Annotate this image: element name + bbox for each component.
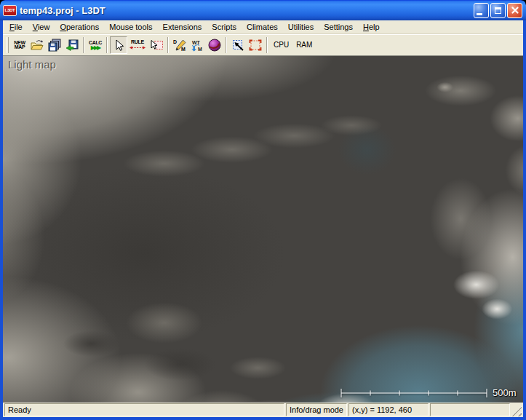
cpu-label: CPU [271,37,291,53]
open-project-button[interactable] [28,36,46,54]
maximize-icon [495,7,501,14]
save-all-button[interactable] [46,36,63,54]
toolbar: NEW MAP [3,34,523,55]
svg-text:D: D [173,39,177,44]
map-type-overlay-label: Light map [8,58,56,71]
menu-item-extensions[interactable]: Extensions [158,21,207,33]
new-map-icon: NEW MAP [14,41,25,49]
water-map-button[interactable]: WT M [188,36,206,54]
app-icon: L3DT [3,5,17,16]
cpu-monitor-button[interactable]: CPU [270,36,292,54]
menu-item-view[interactable]: View [28,21,55,33]
open-project-icon [30,39,44,52]
zoom-to-region-icon [231,39,245,52]
toolbar-separator [266,37,268,53]
menu-item-scripts[interactable]: Scripts [207,21,242,33]
save-all-icon [47,39,62,52]
toolbar-separator [167,37,169,53]
app-icon-text: L3DT [5,8,15,12]
close-button[interactable] [507,3,522,18]
minimize-button[interactable] [474,3,489,18]
menu-item-help[interactable]: Help [358,21,385,33]
deselect-region-button[interactable] [247,36,264,54]
close-icon [511,6,519,15]
status-ready: Ready [4,403,284,416]
ram-label: RAM [294,37,314,53]
minimize-icon [477,13,482,15]
ruler-tool-button[interactable]: RULE [127,36,148,54]
calc-button[interactable]: CALC ▶▶▶ [87,36,104,54]
menu-bar: FileViewOperationsMouse toolsExtensionsS… [3,20,523,34]
status-mouse-mode: Info/drag mode [286,403,347,416]
import-map-icon [65,39,79,52]
status-cursor-coords: (x,y) = 1192, 460 [348,403,429,416]
window-frame: FileViewOperationsMouse toolsExtensionsS… [0,20,526,420]
3d-view-button[interactable] [206,36,223,54]
menu-item-utilities[interactable]: Utilities [283,21,319,33]
maximize-button[interactable] [490,3,506,18]
status-bar: Ready Info/drag mode (x,y) = 1192, 460 [3,403,523,417]
app-window: L3DT temp43.proj - L3DT FileViewOperatio… [0,0,526,420]
deselect-region-icon [248,39,263,52]
svg-text:M: M [181,47,186,52]
window-controls [474,3,522,18]
ram-monitor-button[interactable]: RAM [292,36,316,54]
menu-item-file[interactable]: File [4,21,28,33]
select-region-button[interactable] [148,36,165,54]
zoom-to-region-button[interactable] [229,36,247,54]
water-map-icon: WT M [190,39,204,52]
resize-grip[interactable] [511,406,522,416]
new-map-button[interactable]: NEW MAP [11,36,28,54]
scale-label: 500m [493,387,517,398]
status-extra-panel [430,403,510,416]
scale-bar: 500m [339,387,517,398]
pointer-tool-button[interactable] [110,36,127,54]
menu-item-operations[interactable]: Operations [55,21,104,33]
pointer-tool-icon [112,39,125,52]
menu-item-climates[interactable]: Climates [242,21,283,33]
calc-arrows-icon: ▶▶▶ [91,45,100,50]
design-map-pencil-button[interactable]: D M [171,36,188,54]
title-bar[interactable]: L3DT temp43.proj - L3DT [0,0,526,20]
3d-view-sphere-icon [207,38,222,52]
toolbar-separator [106,37,108,53]
menu-item-settings[interactable]: Settings [319,21,358,33]
window-title: temp43.proj - L3DT [20,5,474,16]
menu-item-mouse-tools[interactable]: Mouse tools [104,21,157,33]
toolbar-grip[interactable] [7,37,9,53]
map-viewport[interactable]: Light map 500m [3,55,523,403]
toolbar-separator [83,37,84,53]
scale-ruler-icon [339,388,489,398]
import-map-button[interactable] [63,36,81,54]
svg-text:WT: WT [192,40,201,45]
select-region-icon [149,39,164,52]
design-map-pencil-icon: D M [172,39,187,52]
toolbar-separator [226,37,227,53]
svg-text:M: M [198,47,202,52]
ruler-tool-icon [129,44,146,51]
